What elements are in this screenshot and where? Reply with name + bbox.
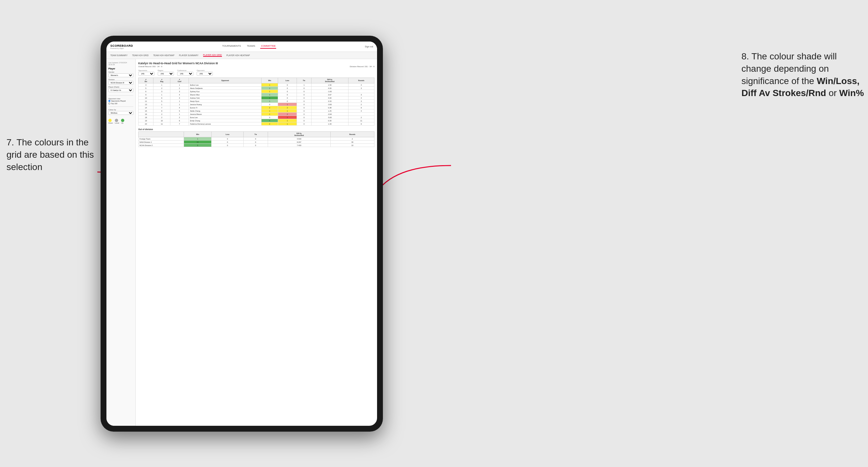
col-tie: Tie	[297, 78, 311, 84]
logo-area: SCOREBOARD Powered by clippd	[110, 44, 133, 49]
nav-items: TOURNAMENTS TEAMS COMMITTEE	[222, 44, 276, 49]
col-ood-diff: Diff AvStrokes/Rnd	[268, 132, 330, 137]
sidebar-divider-1	[108, 95, 133, 96]
gender-select[interactable]: Women's	[108, 73, 133, 77]
app-header: SCOREBOARD Powered by clippd TOURNAMENTS…	[106, 41, 377, 52]
sidebar-divider-2	[108, 106, 133, 107]
player-rank-label: Player (Rank)	[108, 86, 133, 88]
colour-by-label: Colour by	[108, 109, 133, 111]
sub-nav-team-summary[interactable]: TEAM SUMMARY	[110, 54, 127, 57]
table-row: 1585 Stella Cheng 110 1.254	[138, 110, 374, 113]
filters-row: Opponents: (All) Region (All) Conference	[138, 69, 374, 75]
opponent-view-radio: Opponents Played Top 100	[108, 100, 133, 104]
filter-opponents: Opponents: (All)	[138, 69, 154, 75]
sign-out-link[interactable]: Sign out	[365, 45, 373, 48]
filter-region: Region (All)	[158, 69, 174, 75]
top100-radio[interactable]	[108, 102, 110, 104]
sub-nav-player-summary[interactable]: PLAYER SUMMARY	[179, 54, 198, 57]
gender-label: Gender	[108, 71, 133, 73]
col-win: Win	[261, 78, 278, 84]
grid-title: Katelyn Vo Head-to-Head Grid for Women's…	[138, 62, 374, 65]
legend-down: Down	[108, 122, 113, 124]
table-row: 914 Sharon Mun 100 3.673	[138, 93, 374, 96]
grid-area: Katelyn Vo Head-to-Head Grid for Women's…	[136, 59, 377, 426]
last-updated: Last Updated: 27/03/2024 16:55:38	[108, 62, 133, 66]
table-row: 1822 Euna Lee 020 -5.002	[138, 116, 374, 119]
nav-teams[interactable]: TEAMS	[246, 44, 256, 49]
col-ood-tie: Tie	[244, 132, 268, 137]
conference-filter-label: Conference	[177, 69, 193, 71]
table-row: 311 Esther Lee 101 1.504	[138, 84, 374, 87]
legend-row: Down Level Up	[108, 119, 133, 124]
region-filter-select[interactable]: (All)	[158, 72, 174, 75]
overall-record: Overall Record: 353 - 34 - 6	[138, 66, 162, 67]
player-rank-select[interactable]: 8. Katelyn Vo	[108, 88, 133, 92]
division-label: Division	[108, 79, 133, 81]
logo-text: SCOREBOARD	[110, 44, 133, 48]
table-row: 1474 Eunice Yi 220 0.389	[138, 106, 374, 110]
top100-label: Top 100	[111, 102, 118, 104]
sub-nav-player-h2h-grid[interactable]: PLAYER H2H GRID	[203, 54, 222, 57]
table-row: Foreign Team 100 4.5002	[138, 137, 374, 141]
table-row: 522 Alexis Sudjianto 100 4.003	[138, 87, 374, 90]
annotation-left: 7. The colours in the grid are based on …	[6, 136, 94, 173]
grid-record: Overall Record: 353 - 34 - 6 Division Re…	[138, 66, 374, 67]
col-reg: #Reg	[153, 78, 170, 84]
col-conf: #Conf	[170, 78, 189, 84]
annotation-right-arrow	[373, 159, 454, 198]
table-row: NCAA Division 2 500 7.40010	[138, 144, 374, 147]
col-ood-opponent	[138, 132, 184, 137]
col-diff: Diff AvStrokes/Rnd	[311, 78, 348, 84]
col-rounds: Rounds	[348, 78, 374, 84]
legend-dot-down	[108, 119, 112, 122]
sub-nav-team-h2h-heatmap[interactable]: TEAM H2H HEATMAP	[153, 54, 175, 57]
division-select[interactable]: NCAA Division III	[108, 81, 133, 85]
table-row: 1311 Jessica Huang 010 -3.002	[138, 103, 374, 106]
sidebar: Last Updated: 27/03/2024 16:55:38 Player…	[106, 59, 136, 426]
opponents-filter-label: Opponents:	[138, 69, 154, 71]
annotation-right: 8. The colour shade will change dependin…	[741, 50, 865, 99]
legend-level: Level	[115, 122, 119, 124]
opponent-view-label: Opponent view	[108, 98, 133, 100]
out-of-division-header: Out of division	[138, 128, 374, 130]
legend-dot-up	[121, 119, 124, 122]
filter-opponent: Opponent (All)	[197, 69, 213, 75]
player-section-title: Player	[108, 67, 133, 70]
opponent-filter-label: Opponent	[197, 69, 213, 71]
region-filter-label: Region	[158, 69, 174, 71]
table-row: NAIA Division 1 1500 9.26730	[138, 141, 374, 144]
conference-filter-select[interactable]: (All)	[177, 72, 193, 75]
legend-up: Up	[121, 122, 124, 124]
header-right: Sign out	[365, 45, 373, 48]
sub-nav-player-h2h-heatmap[interactable]: PLAYER H2H HEATMAP	[226, 54, 250, 57]
colour-by-select[interactable]: Win/loss	[108, 111, 133, 115]
table-row: 19106 Emily Chang 410 0.3011	[138, 119, 374, 122]
col-ood-rounds: Rounds	[330, 132, 374, 137]
legend-dot-level	[115, 119, 118, 122]
nav-committee[interactable]: COMMITTEE	[260, 44, 276, 49]
logo-sub: Powered by clippd	[110, 48, 133, 49]
col-loss: Loss	[278, 78, 297, 84]
h2h-table: #Div #Reg #Conf Opponent Win Loss Tie Di…	[138, 77, 374, 126]
table-row: 20117 Federica Domecq Lacroze 210 1.336	[138, 122, 374, 126]
col-ood-loss: Loss	[212, 132, 244, 137]
tablet-frame: SCOREBOARD Powered by clippd TOURNAMENTS…	[101, 36, 383, 432]
col-div: #Div	[138, 78, 153, 84]
opponent-filter-select[interactable]: (All)	[197, 72, 213, 75]
opponents-played-radio[interactable]	[108, 100, 110, 102]
opponents-filter-select[interactable]: (All)	[138, 72, 154, 75]
main-content: Last Updated: 27/03/2024 16:55:38 Player…	[106, 59, 377, 426]
tablet-screen: SCOREBOARD Powered by clippd TOURNAMENTS…	[106, 41, 377, 426]
table-row: 633 Sydney Kuo 100 -1.00	[138, 90, 374, 93]
division-record: Division Record: 331 - 34 - 6	[350, 66, 374, 67]
filter-conference: Conference (All)	[177, 69, 193, 75]
out-of-division-table: Win Loss Tie Diff AvStrokes/Rnd Rounds F…	[138, 131, 374, 147]
opponents-played-label: Opponents Played	[111, 100, 126, 102]
col-ood-win: Win	[184, 132, 212, 137]
table-row: 1621 Jessica Mason 120 -0.94	[138, 113, 374, 116]
sub-nav: TEAM SUMMARY TEAM H2H GRID TEAM H2H HEAT…	[106, 52, 377, 59]
table-row: 1063 Andrea York 200 4.004	[138, 96, 374, 100]
sub-nav-team-h2h-grid[interactable]: TEAM H2H GRID	[132, 54, 149, 57]
nav-tournaments[interactable]: TOURNAMENTS	[222, 44, 242, 49]
table-row: 1151 Heejo Hyun 100 3.333	[138, 100, 374, 103]
